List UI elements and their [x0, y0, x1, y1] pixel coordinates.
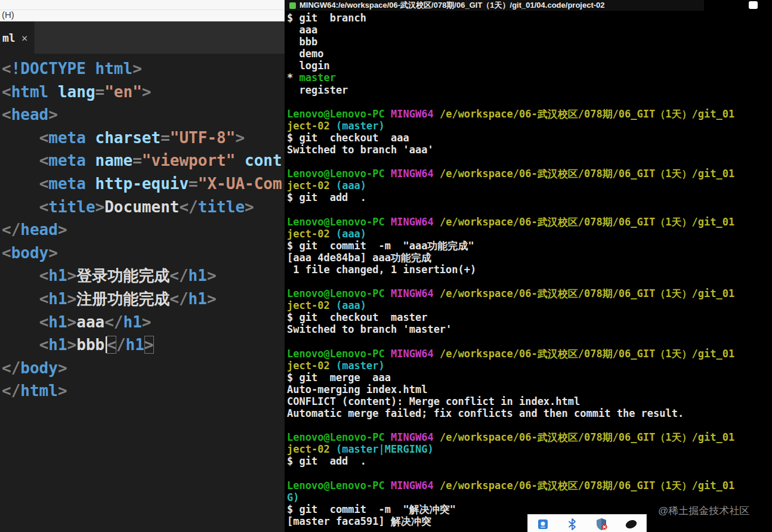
- security-shield-icon[interactable]: [595, 517, 609, 531]
- code-line-token: >: [245, 198, 254, 216]
- code-line: <h1>aaa</h1>: [2, 311, 285, 334]
- code-line-token: [2, 198, 39, 216]
- code-line: <!DOCTYPE html>: [2, 57, 285, 81]
- term-line-token: [330, 120, 336, 132]
- term-line-token: [434, 287, 440, 299]
- code-line-token: =: [132, 151, 142, 169]
- code-line: <body>: [2, 242, 285, 265]
- code-line-token: <: [2, 244, 11, 262]
- code-line-token: 登录功能完成: [76, 267, 169, 284]
- term-line-token: MINGW64: [391, 287, 434, 299]
- code-line-token: <: [39, 129, 49, 147]
- term-line: [287, 276, 772, 287]
- code-line-token: >: [67, 336, 77, 354]
- term-line-token: ject-02: [287, 228, 330, 240]
- term-line: ject-02 (master|MERGING): [287, 443, 772, 455]
- code-line-token: head: [11, 106, 49, 123]
- term-line: Auto-merging index.html: [287, 383, 772, 395]
- code-line-token: "UTF-8": [170, 129, 236, 147]
- term-line-token: ject-02: [287, 120, 330, 132]
- code-line-token: [2, 290, 39, 308]
- term-line: ject-02 (aaa): [287, 228, 772, 240]
- term-line: [287, 468, 772, 480]
- code-line-token: >: [67, 267, 77, 284]
- term-line-token: /e/workspace/06-武汉校区/078期/06_GIT（1天）/git…: [440, 431, 734, 443]
- term-line: ject-02 (master): [287, 120, 772, 132]
- code-line-token: /: [116, 336, 126, 354]
- bluetooth-icon[interactable]: [565, 517, 579, 531]
- code-line-token: [48, 83, 58, 101]
- term-line-token: aaa: [287, 24, 317, 36]
- term-line-token: [434, 168, 440, 180]
- code-line-token: body: [20, 359, 58, 377]
- tab-index-html[interactable]: ml ×: [0, 21, 35, 54]
- code-line: </body>: [2, 357, 285, 380]
- mouse-icon[interactable]: [624, 517, 638, 531]
- term-line-token: Switched to branch 'master': [287, 323, 452, 335]
- display-icon[interactable]: [536, 517, 550, 531]
- code-line-token: </: [179, 198, 197, 216]
- code-line-token: [2, 313, 39, 331]
- term-line-token: [385, 348, 391, 360]
- code-line-token: >: [58, 221, 67, 239]
- term-line-token: [434, 108, 440, 120]
- code-line-token: [2, 267, 39, 284]
- term-line-token: [434, 480, 440, 491]
- menu-item-help[interactable]: (H): [2, 10, 14, 20]
- term-line-token: /e/workspace/06-武汉校区/078期/06_GIT（1天）/git…: [440, 216, 734, 228]
- code-line-token: h1: [48, 336, 67, 354]
- term-line-token: $ git merge aaa: [287, 372, 391, 383]
- term-line-token: ject-02: [287, 443, 330, 455]
- code-line: <head>: [2, 103, 285, 126]
- term-line-token: [aaa 4de84ba] aaa功能完成: [287, 252, 431, 264]
- code-line-token: </: [104, 313, 123, 331]
- code-line-token: "X-UA-Com: [198, 175, 282, 193]
- term-line: $ git add .: [287, 455, 772, 467]
- code-line-token: "viewport": [142, 151, 236, 169]
- code-line-token: </: [169, 267, 188, 284]
- code-line-token: >: [142, 313, 152, 331]
- term-line-token: $ git add .: [287, 455, 366, 467]
- term-line-token: Lenovo@Lenovo-PC: [287, 216, 385, 228]
- code-line-token: <: [2, 83, 11, 101]
- terminal-titlebar[interactable]: MINGW64:/e/workspace/06-武汉校区/078期/06_GIT…: [285, 0, 772, 11]
- code-line-token: <: [39, 175, 49, 193]
- code-line: <h1>bbb</h1>: [2, 333, 285, 357]
- term-line-token: /e/workspace/06-武汉校区/078期/06_GIT（1天）/git…: [440, 168, 734, 180]
- terminal-body[interactable]: $ git branch aaa bbb demo login* master …: [285, 11, 772, 527]
- term-line: $ git branch: [287, 12, 772, 24]
- window-controls: [704, 0, 772, 11]
- code-line-token: !DOCTYPE html: [11, 60, 133, 78]
- code-line-token: head: [20, 221, 58, 239]
- code-line: </head>: [2, 218, 285, 242]
- code-line-token: <: [39, 336, 49, 354]
- term-line: Switched to branch 'aaa': [287, 144, 772, 156]
- code-line-token: [2, 175, 39, 193]
- code-line-token: </: [2, 221, 20, 239]
- term-line-token: [385, 431, 391, 443]
- term-line: [287, 204, 772, 216]
- code-line-token: =: [189, 175, 198, 193]
- term-line-token: MINGW64: [391, 216, 434, 228]
- code-line-token: >: [207, 267, 217, 284]
- watermark: @稀土掘金技术社区: [658, 504, 749, 518]
- term-line: [287, 419, 772, 431]
- terminal-title: MINGW64:/e/workspace/06-武汉校区/078期/06_GIT…: [299, 0, 605, 11]
- close-icon[interactable]: ×: [21, 32, 28, 44]
- term-line: Automatic merge failed; fix conflicts an…: [287, 407, 772, 419]
- code-line: <h1>注册功能完成</h1>: [2, 287, 285, 311]
- menubar-divider: [0, 10, 285, 10]
- term-line: Lenovo@Lenovo-PC MINGW64 /e/workspace/06…: [287, 348, 772, 360]
- term-line-token: Lenovo@Lenovo-PC: [287, 480, 385, 491]
- term-line-token: MINGW64: [391, 480, 434, 491]
- code-line-token: >: [142, 83, 152, 101]
- term-line-token: (master|MERGING): [336, 443, 434, 455]
- code-line-token: <: [107, 336, 116, 354]
- code-area[interactable]: <!DOCTYPE html><html lang="en"><head> <m…: [0, 54, 285, 403]
- term-line: ject-02 (aaa): [287, 180, 772, 191]
- term-line-token: Lenovo@Lenovo-PC: [287, 431, 385, 443]
- maximize-button[interactable]: [749, 1, 758, 9]
- term-line-token: [master faca591] 解决冲突: [287, 515, 431, 527]
- term-line: Lenovo@Lenovo-PC MINGW64 /e/workspace/06…: [287, 168, 772, 180]
- code-line-token: charset: [95, 129, 161, 147]
